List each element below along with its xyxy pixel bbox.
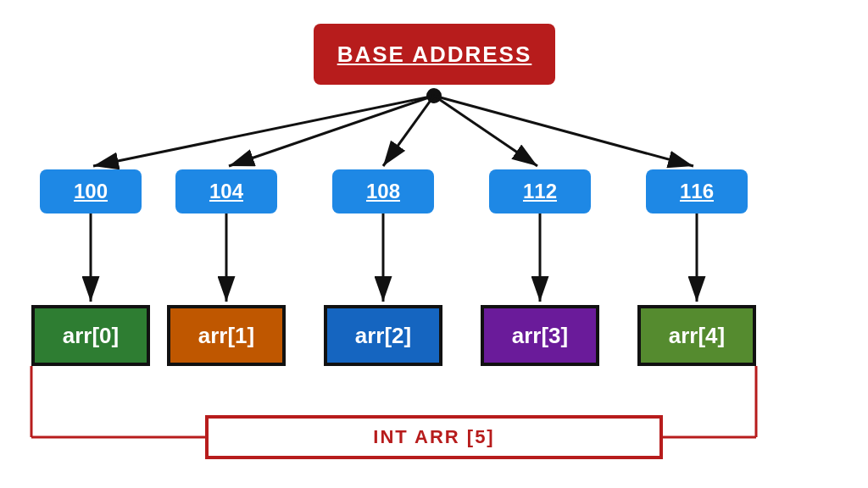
arr-box-4: arr[4] [637,305,756,366]
addr-box-116: 116 [646,169,748,214]
svg-line-4 [383,96,434,166]
arr-label-0: arr[0] [63,323,119,349]
svg-line-3 [229,96,434,166]
arr-box-2: arr[2] [324,305,442,366]
svg-line-2 [93,96,434,166]
arr-label-3: arr[3] [512,323,568,349]
arr-label-2: arr[2] [355,323,411,349]
addr-box-100: 100 [40,169,142,214]
addr-box-108: 108 [332,169,434,214]
arr-box-0: arr[0] [31,305,150,366]
diagram-canvas: BASE ADDRESS 100 104 108 112 116 arr[0] … [0,0,868,488]
int-arr-box: INT ARR [5] [205,415,663,459]
arr-label-1: arr[1] [198,323,254,349]
addr-label-100: 100 [74,180,108,203]
addr-label-104: 104 [209,180,243,203]
addr-label-108: 108 [366,180,400,203]
addr-label-112: 112 [523,180,557,203]
arr-label-4: arr[4] [669,323,725,349]
arr-box-1: arr[1] [167,305,286,366]
addr-box-104: 104 [175,169,277,214]
base-address-box: BASE ADDRESS [314,24,555,85]
addr-box-112: 112 [489,169,591,214]
addr-label-116: 116 [680,180,714,203]
arr-box-3: arr[3] [481,305,599,366]
svg-point-0 [426,88,442,103]
int-arr-label: INT ARR [5] [373,426,494,448]
base-address-label: BASE ADDRESS [337,42,532,68]
svg-line-6 [434,96,693,166]
svg-line-5 [434,96,537,166]
